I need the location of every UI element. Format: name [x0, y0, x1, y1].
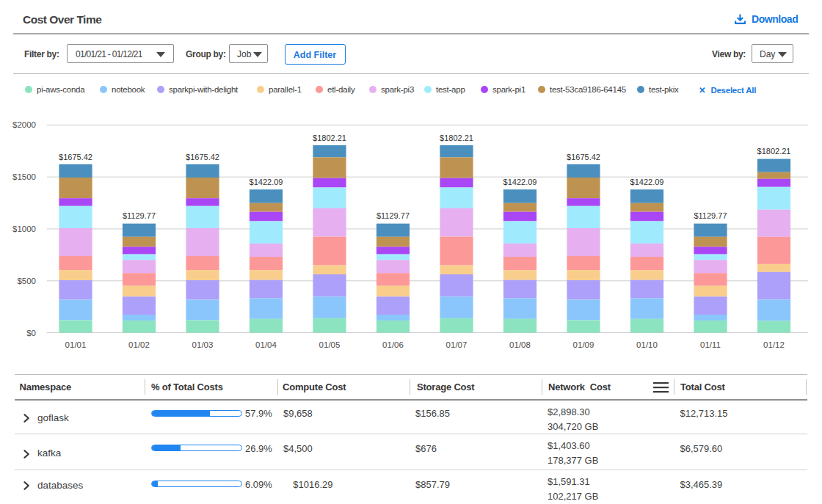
- svg-text:$1129.77: $1129.77: [377, 211, 410, 220]
- svg-text:01/12: 01/12: [763, 340, 785, 349]
- svg-text:$1802.21: $1802.21: [440, 134, 473, 142]
- svg-text:$1129.77: $1129.77: [694, 211, 727, 220]
- svg-text:$1675.42: $1675.42: [186, 153, 219, 161]
- svg-text:01/01: 01/01: [65, 340, 87, 349]
- svg-text:$500: $500: [17, 277, 36, 285]
- svg-text:01/02: 01/02: [128, 340, 150, 349]
- svg-text:$1802.21: $1802.21: [313, 134, 346, 142]
- svg-text:$1675.42: $1675.42: [567, 153, 600, 161]
- svg-text:01/04: 01/04: [255, 340, 277, 349]
- svg-text:$1675.42: $1675.42: [59, 153, 92, 161]
- svg-text:$1802.21: $1802.21: [757, 147, 791, 156]
- svg-text:$0: $0: [26, 329, 36, 337]
- svg-text:01/11: 01/11: [700, 340, 721, 349]
- svg-text:$1500: $1500: [12, 172, 36, 181]
- svg-text:$1422.09: $1422.09: [250, 178, 283, 186]
- svg-text:$1129.77: $1129.77: [123, 211, 156, 220]
- svg-text:01/05: 01/05: [319, 340, 341, 349]
- svg-text:$2000: $2000: [12, 120, 36, 129]
- svg-text:01/08: 01/08: [509, 340, 531, 349]
- svg-text:$1422.09: $1422.09: [630, 178, 664, 186]
- svg-text:01/07: 01/07: [446, 340, 468, 349]
- svg-text:01/09: 01/09: [573, 340, 594, 349]
- svg-text:01/06: 01/06: [382, 340, 404, 349]
- svg-text:01/03: 01/03: [192, 340, 214, 349]
- svg-text:$1000: $1000: [12, 224, 36, 233]
- svg-text:01/10: 01/10: [636, 340, 658, 349]
- svg-text:$1422.09: $1422.09: [503, 178, 537, 186]
